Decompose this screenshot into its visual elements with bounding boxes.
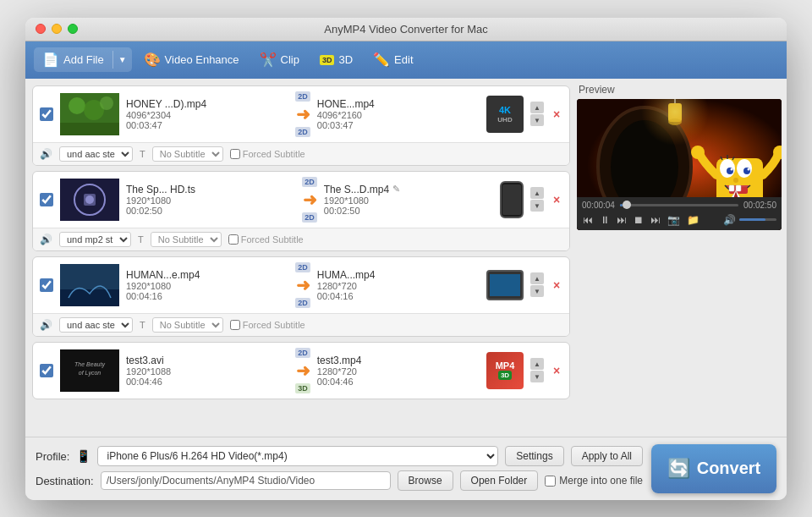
file-info-0: HONEY ...D).mp4 4096*2304 00:03:47 — [126, 98, 288, 130]
output-name-3: test3.mp4 — [317, 355, 480, 366]
subtitle-select-1[interactable]: No Subtitle — [151, 232, 222, 247]
remove-file-0[interactable]: × — [551, 108, 562, 120]
file-checkbox-2[interactable] — [40, 278, 53, 292]
traffic-lights — [36, 24, 78, 34]
progress-thumb[interactable] — [623, 201, 631, 209]
progress-track[interactable] — [620, 204, 738, 206]
scroll-up-1[interactable]: ▲ — [530, 187, 544, 199]
merge-checkbox[interactable] — [545, 476, 556, 487]
video-enhance-label: Video Enhance — [165, 53, 239, 66]
time-current: 00:00:04 — [582, 201, 615, 210]
add-file-wrapper[interactable]: 📄 Add File ▼ — [34, 47, 132, 72]
svg-rect-34 — [736, 185, 741, 191]
stop-button[interactable]: ⏹ — [633, 213, 645, 227]
file-item-2-top: HUMAN...e.mp4 1920*1080 00:04:16 2D ➜ 2D… — [33, 257, 569, 313]
maximize-traffic-light[interactable] — [68, 24, 78, 34]
minimize-traffic-light[interactable] — [52, 24, 62, 34]
video-enhance-icon: 🎨 — [144, 52, 161, 68]
audio-icon-0: 🔊 — [40, 148, 52, 160]
scroll-up-2[interactable]: ▲ — [530, 272, 544, 284]
svg-point-28 — [748, 168, 750, 170]
audio-select-2[interactable]: und aac ste — [59, 317, 133, 333]
audio-select-0[interactable]: und aac ste — [59, 146, 133, 162]
audio-select-1[interactable]: und mp2 st — [59, 232, 131, 247]
scroll-up-3[interactable]: ▲ — [530, 358, 544, 370]
forced-cb-0[interactable] — [230, 149, 240, 159]
arrow-area-3: 2D ➜ 3D — [295, 348, 310, 393]
volume-fill — [739, 218, 765, 221]
forced-cb-1[interactable] — [228, 234, 239, 245]
file-checkbox-0[interactable] — [40, 107, 53, 121]
bottom-bar: Profile: 📱 iPhone 6 Plus/6 H.264 HD Vide… — [25, 437, 787, 500]
file-item-2-bottom: 🔊 und aac ste T No Subtitle Forced Subti… — [33, 313, 569, 336]
scroll-up-0[interactable]: ▲ — [530, 102, 544, 113]
file-item-1: The Sp... HD.ts 1920*1080 00:02:50 2D ➜ … — [32, 171, 570, 251]
scroll-down-1[interactable]: ▼ — [530, 200, 544, 212]
time-total: 00:02:50 — [743, 201, 776, 210]
subtitle-icon-1: T — [138, 234, 144, 245]
browse-button[interactable]: Browse — [398, 470, 453, 491]
arrow-icon-0: ➜ — [296, 104, 310, 124]
add-file-dropdown-arrow[interactable]: ▼ — [112, 51, 132, 69]
file-info-1: The Sp... HD.ts 1920*1080 00:02:50 — [126, 184, 295, 216]
remove-file-2[interactable]: × — [551, 279, 562, 291]
open-folder-button[interactable]: Open Folder — [460, 470, 539, 491]
file-checkbox-1[interactable] — [40, 193, 53, 206]
svg-rect-4 — [60, 123, 119, 135]
file-info-3: test3.avi 1920*1088 00:04:46 — [126, 355, 288, 387]
skip-end-button[interactable]: ⏭ — [650, 213, 661, 227]
forced-subtitle-0: Forced Subtitle — [230, 149, 305, 159]
3d-button[interactable]: 3D 3D — [311, 49, 361, 70]
scroll-btns-0: ▲ ▼ — [530, 102, 544, 126]
apply-all-button[interactable]: Apply to All — [571, 446, 643, 466]
svg-point-23 — [720, 159, 735, 178]
skip-back-button[interactable]: ⏮ — [582, 213, 594, 227]
output-info-3: test3.mp4 1280*720 00:04:46 — [317, 355, 480, 387]
folder-button[interactable]: 📁 — [686, 213, 700, 227]
preview-video: 00:00:04 00:02:50 ⏮ ⏸ ⏭ ⏹ ⏭ 📷 — [577, 99, 782, 230]
close-traffic-light[interactable] — [36, 24, 46, 34]
format-icon-0: 4K UHD — [486, 96, 524, 133]
subtitle-select-0[interactable]: No Subtitle — [152, 146, 223, 162]
volume-icon[interactable]: 🔊 — [722, 213, 737, 227]
video-enhance-button[interactable]: 🎨 Video Enhance — [135, 47, 248, 72]
in-badge-2: 2D — [295, 262, 310, 272]
file-item-0: HONEY ...D).mp4 4096*2304 00:03:47 2D ➜ … — [32, 85, 570, 166]
clip-icon: ✂️ — [260, 52, 277, 68]
output-duration-0: 00:03:47 — [317, 120, 480, 130]
convert-button[interactable]: 🔄 Convert — [651, 444, 776, 493]
fast-forward-button[interactable]: ⏭ — [616, 213, 628, 227]
pause-button[interactable]: ⏸ — [599, 213, 611, 227]
add-file-button[interactable]: 📄 Add File — [34, 47, 112, 72]
destination-label: Destination: — [36, 475, 94, 487]
forced-cb-2[interactable] — [230, 320, 240, 330]
merge-area: Merge into one file — [545, 475, 643, 487]
arrow-area-0: 2D ➜ 2D — [295, 91, 310, 137]
subtitle-icon-0: T — [140, 149, 145, 159]
file-item-3-top: The Beauty of Lycon test3.avi 1920*1088 … — [33, 343, 569, 399]
settings-button[interactable]: Settings — [505, 446, 563, 466]
subtitle-select-2[interactable]: No Subtitle — [152, 317, 223, 333]
format-icon-3: MP4 3D — [486, 352, 524, 389]
output-dims-3: 1280*720 — [317, 366, 480, 377]
scroll-down-0[interactable]: ▼ — [530, 114, 544, 126]
edit-name-icon-1[interactable]: ✎ — [392, 184, 400, 195]
svg-point-24 — [737, 159, 752, 178]
profile-label: Profile: — [36, 450, 69, 463]
scroll-down-2[interactable]: ▼ — [530, 285, 544, 297]
destination-input[interactable] — [101, 471, 391, 490]
file-item-1-bottom: 🔊 und mp2 st T No Subtitle Forced Subtit… — [33, 228, 569, 250]
volume-track[interactable] — [739, 218, 776, 221]
clip-button[interactable]: ✂️ Clip — [251, 47, 308, 72]
screenshot-button[interactable]: 📷 — [667, 213, 681, 227]
arrow-area-2: 2D ➜ 2D — [295, 262, 310, 308]
remove-file-3[interactable]: × — [551, 365, 562, 377]
format-icon-2 — [486, 270, 524, 300]
file-item-3: The Beauty of Lycon test3.avi 1920*1088 … — [32, 342, 570, 399]
profile-select[interactable]: iPhone 6 Plus/6 H.264 HD Video(*.mp4) — [97, 446, 498, 466]
file-checkbox-3[interactable] — [40, 364, 53, 377]
edit-button[interactable]: ✏️ Edit — [365, 47, 421, 72]
scroll-down-3[interactable]: ▼ — [530, 371, 544, 382]
output-dims-0: 4096*2160 — [317, 110, 480, 120]
remove-file-1[interactable]: × — [551, 194, 562, 206]
